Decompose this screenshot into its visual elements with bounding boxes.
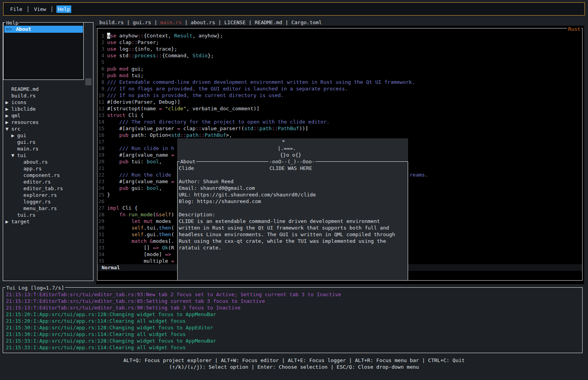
file-item-resources[interactable]: ▶resources [3, 119, 93, 125]
file-item-gui.rs[interactable]: gui.rs [3, 139, 93, 145]
code-line[interactable]: 9/// If no flags are provided, the GUI e… [97, 85, 348, 92]
code-line[interactable]: 17 [97, 138, 107, 145]
tab-Cargo.toml[interactable]: Cargo.toml [291, 19, 322, 25]
code-line[interactable]: 28 fn run_mode(&self) [97, 211, 174, 218]
code-line[interactable]: 27impl Cli { [97, 205, 137, 211]
menu-separator: │ [50, 6, 53, 12]
code-line[interactable]: 22 /// Run the clide [97, 171, 174, 178]
file-item-qml[interactable]: ▶qml [3, 112, 93, 119]
code-line[interactable]: 31 self.gui.then( [97, 231, 174, 238]
file-label: build.rs [11, 92, 36, 99]
file-item-component.rs[interactable]: component.rs [3, 172, 93, 179]
code-token: = [171, 152, 174, 158]
explorer-scrollbar-thumb[interactable] [85, 78, 92, 85]
file-item-libclide[interactable]: ▶libclide [3, 106, 93, 112]
code-line[interactable]: 33 [] => Ok(R [97, 244, 174, 251]
keybinding-help-line-2: (↑/k)/(↓/j): Select option | Enter: Choo… [0, 364, 588, 370]
file-item-tui.rs[interactable]: tui.rs [3, 212, 93, 218]
file-item-explorer.rs[interactable]: explorer.rs [3, 192, 93, 198]
code-line[interactable]: 2use clap::Parser; [97, 39, 159, 46]
code-token: std [171, 132, 180, 138]
code-line[interactable]: 16 pub path: Option<std::path::PathBuf>, [97, 132, 232, 138]
file-label: logger.rs [23, 198, 51, 205]
code-line[interactable]: 13struct Cli { [97, 112, 144, 118]
file-item-about.rs[interactable]: about.rs [3, 159, 93, 165]
file-item-editor_tab.rs[interactable]: editor_tab.rs [3, 185, 93, 192]
tab-LICENSE[interactable]: LICENSE [224, 19, 246, 25]
code-token: std [116, 53, 128, 58]
code-line[interactable]: 6pub mod gui; [97, 65, 144, 72]
code-line[interactable]: 5 [97, 59, 107, 65]
folder-expanded-icon: ▼ [11, 152, 14, 159]
code-line[interactable]: 24 pub gui: bool, [97, 185, 162, 191]
code-line[interactable]: 14 /// The root directory for the projec… [97, 118, 329, 125]
code-token [107, 159, 119, 164]
code-line[interactable]: 1use anyhow::{Context, Result, anyhow}; [97, 32, 223, 39]
dropdown-item-label: About [16, 26, 31, 32]
code-line[interactable]: 34 [mode] => [97, 251, 171, 258]
file-item-src[interactable]: ▼src [3, 125, 93, 132]
code-token: /// The root directory for the project t… [119, 119, 329, 125]
menu-item-file[interactable]: File [9, 5, 23, 13]
line-number: 3 [97, 46, 104, 52]
file-item-logger.rs[interactable]: logger.rs [3, 198, 93, 205]
file-item-app.rs[interactable]: app.rs [3, 165, 93, 172]
file-item-README.md[interactable]: README.md [3, 86, 93, 92]
file-item-main.rs[interactable]: main.rs [3, 145, 93, 152]
code-line[interactable]: 21 [97, 165, 107, 171]
code-line[interactable]: 4use std::process::{Command, Stdio}; [97, 52, 214, 59]
code-token: se [110, 33, 116, 39]
code-line[interactable]: 8/// Extendable command-line driven deve… [97, 79, 415, 85]
popup-line: Email: shaunrd0@gmail.com [179, 185, 255, 191]
line-number: 7 [97, 72, 104, 79]
dropdown-item-about[interactable]: >>About [4, 26, 83, 33]
code-line[interactable]: 11#[derive(Parser, Debug)] [97, 99, 180, 105]
code-line[interactable]: 3use log::{info, trace}; [97, 46, 177, 52]
line-number: 12 [97, 105, 104, 112]
code-token: :: [195, 125, 202, 131]
code-line[interactable]: 18 /// Run clide in h [97, 145, 174, 152]
log-panel: Tui Log [log=1.7/s] 21:15:13:T:EditorTab… [3, 287, 583, 353]
code-line[interactable]: 32 match &modes[. [97, 238, 174, 244]
file-item-build.rs[interactable]: build.rs [3, 92, 93, 99]
menu-item-help[interactable]: Help [56, 5, 71, 13]
code-line[interactable]: 29 let mut modes [97, 218, 174, 224]
code-line[interactable]: 23 #[arg(value_name = [97, 178, 174, 185]
line-number: 5 [97, 59, 104, 65]
code-token: mod [119, 72, 128, 78]
code-line[interactable]: 15 #[arg(value_parser = clap::value_pars… [97, 125, 308, 132]
code-token: = [177, 125, 180, 131]
popup-line: Author: Shaun Reed [179, 178, 234, 185]
code-line[interactable]: 7pub mod tui; [97, 72, 144, 79]
code-line[interactable]: 20 pub tui: bool, [97, 158, 162, 165]
menu-item-view[interactable]: View [33, 5, 47, 13]
tab-build.rs[interactable]: build.rs [99, 19, 124, 25]
file-item-editor.rs[interactable]: editor.rs [3, 179, 93, 185]
tab-gui.rs[interactable]: gui.rs [133, 19, 151, 25]
file-item-icons[interactable]: ▶icons [3, 99, 93, 106]
file-item-tui[interactable]: ▼tui [3, 152, 93, 159]
line-number: 31 [97, 231, 104, 238]
file-item-target[interactable]: ▶target [3, 218, 93, 225]
code-line[interactable]: 12#[structopt(name = "clide", verbatim_d… [97, 105, 259, 112]
file-item-menu_bar.rs[interactable]: menu_bar.rs [3, 205, 93, 212]
code-line[interactable]: 10/// If no path is provided, the curren… [97, 92, 284, 99]
tab-README.md[interactable]: README.md [255, 19, 282, 25]
tab-main.rs[interactable]: main.rs [160, 19, 182, 25]
code-token: ( [171, 232, 174, 237]
editor-tabs: build.rs | gui.rs | main.rs | about.rs |… [99, 19, 322, 26]
code-token: => [153, 245, 159, 251]
code-line[interactable]: 30 self.tui.then( [97, 224, 174, 231]
code-line[interactable]: 35 multiple = [97, 258, 174, 264]
code-token: bool [147, 159, 159, 164]
code-line[interactable]: 19 #[arg(value_name = [97, 152, 174, 158]
code-token [107, 145, 119, 151]
code-token: clap [116, 39, 131, 45]
log-entry: 21:15:33:I:App:src/tui/app.rs:114:Cleari… [6, 344, 186, 351]
menu-bar: File│View│Help [3, 2, 585, 16]
code-line[interactable]: 26 [97, 198, 107, 205]
code-token [107, 238, 132, 244]
code-line[interactable]: 25} [97, 191, 110, 198]
file-item-gui[interactable]: ▶gui [3, 132, 93, 139]
tab-about.rs[interactable]: about.rs [191, 19, 215, 25]
